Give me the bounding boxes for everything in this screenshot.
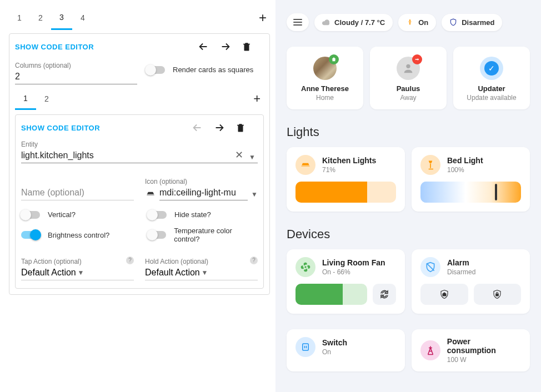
tile-sub: On - 66% [322,268,385,276]
render-squares-label: Render cards as squares [173,66,253,74]
sync-icon [379,289,389,299]
menu-chip[interactable] [287,13,309,31]
columns-input[interactable] [15,69,137,84]
arm-away-button[interactable] [474,284,522,305]
hold-action-select[interactable]: Default Action ▼ [145,265,258,280]
trash-icon [242,41,252,52]
oscillate-button[interactable] [373,284,396,305]
delete-button[interactable] [242,41,264,52]
inner-tab-1[interactable]: 1 [15,88,36,110]
shield-off-icon [420,257,440,277]
inner-show-code-link[interactable]: SHOW CODE EDITOR [21,124,100,132]
tile-title: Living Room Fan [322,258,385,267]
person-name: Anne Therese [292,84,358,93]
arrow-right-icon [213,122,226,134]
person-sub: Home [292,94,358,102]
person-card-2[interactable]: Paulus Away [370,47,447,109]
weather-text: Cloudy / 7.7 °C [334,18,385,27]
person-card-1[interactable]: Anne Therese Home [287,47,363,109]
alarm-chip-text: Disarmed [462,18,494,27]
ceiling-light-icon [145,188,156,199]
weather-chip[interactable]: Cloudy / 7.7 °C [314,14,393,31]
scene-chip[interactable]: On [398,14,436,31]
transmission-tower-icon [420,340,440,360]
inner-move-right-button[interactable] [213,122,236,134]
avatar [397,57,420,80]
icon-dropdown-button[interactable]: ▼ [251,190,258,198]
hold-action-help-icon[interactable]: ? [250,257,258,264]
render-squares-toggle[interactable] [146,66,165,74]
tile-title: Switch [322,338,347,347]
inner-tab-2[interactable]: 2 [36,89,57,109]
person-row: Anne Therese Home Paulus Away ✓ Updater … [287,47,530,109]
devices-header: Devices [287,227,530,242]
shield-icon [449,18,457,26]
hide-state-toggle[interactable] [148,211,167,219]
tab-3[interactable]: 3 [51,6,72,30]
light-icon [406,18,414,26]
color-temp-slider[interactable] [420,182,521,203]
avatar [313,57,337,80]
tile-title: Power consumption [447,337,521,355]
arrow-right-icon [219,41,232,53]
tap-action-help-icon[interactable]: ? [126,257,134,264]
name-input[interactable] [21,185,134,200]
tab-2[interactable]: 2 [30,7,51,29]
vertical-label: Vertical? [48,210,76,219]
icon-field-label: Icon (optional) [145,178,258,185]
entity-input[interactable] [21,148,258,163]
fan-slider[interactable] [295,284,367,305]
tile-title: Bed Light [447,156,483,165]
chevron-down-icon: ▼ [202,267,258,279]
temp-color-toggle[interactable] [148,231,166,239]
move-right-button[interactable] [219,41,242,53]
chevron-down-icon: ▼ [78,267,134,279]
hide-state-label: Hide state? [174,210,211,219]
lights-header: Lights [287,125,530,139]
alarm-chip[interactable]: Disarmed [442,14,502,31]
scene-text: On [418,18,428,27]
inner-add-tab[interactable]: + [253,92,264,106]
inner-delete-button[interactable] [236,122,258,133]
floor-lamp-icon [420,155,440,175]
arrow-left-icon [197,41,209,53]
tap-action-select[interactable]: Default Action ▼ [21,265,134,280]
svg-point-0 [406,64,410,68]
show-code-editor-link[interactable]: SHOW CODE EDITOR [15,43,94,51]
arm-home-button[interactable] [420,284,468,305]
editor-panel: 1 2 3 4 + SHOW CODE EDITOR Columns (opti… [0,0,275,392]
brightness-toggle[interactable] [21,231,40,239]
tile-title: Kitchen Lights [322,156,376,165]
svg-rect-3 [303,344,309,350]
away-badge-icon [412,54,422,64]
tab-4[interactable]: 4 [72,7,93,29]
inner-card-editor: SHOW CODE EDITOR Entity ✕ ▼ [15,114,264,289]
kitchen-lights-tile[interactable]: Kitchen Lights 71% [287,147,405,212]
slider-handle[interactable] [495,184,497,200]
tap-action-value: Default Action [21,265,78,280]
alarm-tile[interactable]: Alarm Disarmed [412,249,530,314]
icon-input[interactable] [159,185,248,200]
power-tile[interactable]: Power consumption 100 W [412,329,530,371]
columns-label: Columns (optional) [15,62,137,69]
add-tab-button[interactable]: + [259,10,270,26]
devices-row-2: Switch On Power consumption 100 W [287,329,530,371]
entity-dropdown-button[interactable]: ▼ [249,153,256,161]
fan-tile[interactable]: Living Room Fan On - 66% [287,249,405,314]
vertical-toggle[interactable] [21,211,40,219]
brightness-label: Brightness control? [48,231,109,239]
shield-lock-icon [492,289,502,299]
person-name: Updater [459,84,524,93]
person-card-3[interactable]: ✓ Updater Update available [453,47,530,109]
ceiling-light-icon [295,155,315,175]
home-badge-icon [329,54,339,64]
tile-sub: 100% [447,166,483,174]
tab-1[interactable]: 1 [9,7,30,29]
move-left-button[interactable] [197,41,219,53]
bed-light-tile[interactable]: Bed Light 100% [412,147,530,212]
lights-row: Kitchen Lights 71% Bed Light 100% [287,147,530,212]
entity-clear-button[interactable]: ✕ [235,149,243,161]
devices-row-1: Living Room Fan On - 66% A [287,249,530,314]
switch-tile[interactable]: Switch On [287,329,405,371]
brightness-slider[interactable] [295,182,396,203]
